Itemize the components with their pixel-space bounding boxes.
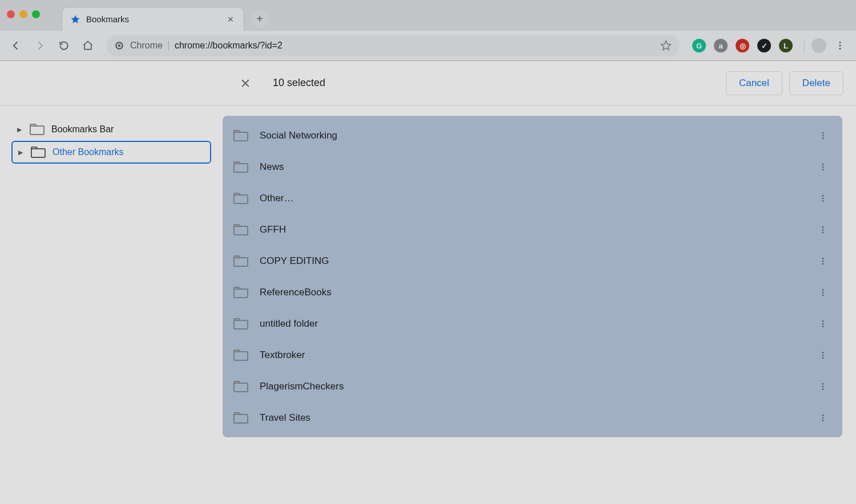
svg-point-26 xyxy=(822,260,824,262)
row-menu-button[interactable] xyxy=(814,284,831,301)
svg-point-27 xyxy=(822,263,824,265)
cancel-button[interactable]: Cancel xyxy=(726,71,782,95)
svg-rect-40 xyxy=(234,383,248,392)
mac-maximize-button[interactable] xyxy=(32,10,40,18)
svg-point-23 xyxy=(822,231,824,233)
extension-icon[interactable]: L xyxy=(779,39,793,52)
bookmark-row-label: untitled folder xyxy=(260,318,803,330)
more-icon xyxy=(818,257,827,266)
svg-point-35 xyxy=(822,326,824,327)
bookmark-row[interactable]: Textbroker xyxy=(223,339,842,371)
svg-rect-8 xyxy=(234,132,248,141)
svg-point-41 xyxy=(822,383,824,385)
bookmark-star-icon[interactable] xyxy=(660,40,672,51)
selection-count-label: 10 selected xyxy=(273,77,325,89)
forward-button[interactable] xyxy=(30,35,50,56)
extension-icon[interactable]: G xyxy=(692,39,706,52)
svg-rect-28 xyxy=(234,289,248,298)
bookmark-row[interactable]: Social Networking xyxy=(223,120,842,151)
browser-menu-icon[interactable] xyxy=(830,35,850,56)
svg-rect-16 xyxy=(234,195,248,204)
sidebar-item-bookmarks-bar[interactable]: ▶Bookmarks Bar xyxy=(11,118,211,141)
more-icon xyxy=(818,413,827,422)
bookmark-row[interactable]: COPY EDITING xyxy=(223,245,842,277)
reload-button[interactable] xyxy=(54,35,74,56)
delete-button[interactable]: Delete xyxy=(789,71,843,95)
more-icon xyxy=(818,319,827,328)
sidebar-item-label: Bookmarks Bar xyxy=(51,124,114,135)
sidebar-item-other-bookmarks[interactable]: ▶Other Bookmarks xyxy=(11,141,211,164)
svg-point-30 xyxy=(822,291,824,293)
row-menu-button[interactable] xyxy=(814,190,831,207)
bookmark-row[interactable]: ReferenceBooks xyxy=(223,277,842,308)
row-menu-button[interactable] xyxy=(814,158,831,176)
bookmark-row-label: News xyxy=(260,161,803,173)
svg-rect-36 xyxy=(234,352,248,360)
row-menu-button[interactable] xyxy=(814,127,831,144)
svg-point-46 xyxy=(822,417,824,418)
svg-point-19 xyxy=(822,200,824,202)
svg-point-5 xyxy=(839,48,841,50)
svg-rect-7 xyxy=(31,149,45,157)
bookmark-row-label: ReferenceBooks xyxy=(260,287,803,298)
svg-point-14 xyxy=(822,166,824,168)
bookmark-row[interactable]: PlagerismCheckers xyxy=(223,371,842,402)
svg-point-15 xyxy=(822,169,824,170)
row-menu-button[interactable] xyxy=(814,253,831,270)
svg-point-18 xyxy=(822,197,824,199)
svg-point-10 xyxy=(822,135,824,136)
svg-point-38 xyxy=(822,354,824,356)
svg-point-45 xyxy=(822,414,824,416)
omnibox-scheme: Chrome xyxy=(130,40,169,51)
svg-rect-12 xyxy=(234,164,248,172)
row-menu-button[interactable] xyxy=(814,347,831,364)
svg-point-9 xyxy=(822,132,824,134)
svg-point-47 xyxy=(822,420,824,421)
bookmark-row[interactable]: Travel Sites xyxy=(223,402,842,433)
svg-point-13 xyxy=(822,164,824,165)
selection-toolbar: 10 selected Cancel Delete xyxy=(0,61,856,105)
svg-point-21 xyxy=(822,226,824,228)
mac-window-buttons xyxy=(7,10,40,18)
svg-point-11 xyxy=(822,137,824,139)
svg-rect-32 xyxy=(234,320,248,329)
svg-point-39 xyxy=(822,357,824,359)
omnibox[interactable]: Chrome chrome://bookmarks/?id=2 xyxy=(106,35,680,56)
extension-icon[interactable]: ◎ xyxy=(736,39,749,52)
mac-close-button[interactable] xyxy=(7,10,15,18)
bookmark-row-label: Travel Sites xyxy=(260,412,803,424)
row-menu-button[interactable] xyxy=(814,315,831,332)
new-tab-button[interactable]: + xyxy=(251,10,268,27)
svg-point-22 xyxy=(822,229,824,230)
bookmark-row[interactable]: News xyxy=(223,151,842,182)
omnibox-url: chrome://bookmarks/?id=2 xyxy=(175,40,282,51)
bookmark-row[interactable]: untitled folder xyxy=(223,308,842,339)
back-button[interactable] xyxy=(6,35,26,56)
clear-selection-button[interactable] xyxy=(234,72,257,95)
bookmarks-star-icon xyxy=(70,14,80,25)
svg-point-31 xyxy=(822,294,824,296)
close-icon xyxy=(240,78,251,89)
home-button[interactable] xyxy=(78,35,98,56)
tab-bar: Bookmarks × + xyxy=(0,0,856,31)
sidebar-item-label: Other Bookmarks xyxy=(53,147,123,157)
row-menu-button[interactable] xyxy=(814,378,831,395)
svg-rect-20 xyxy=(234,226,248,235)
more-icon xyxy=(818,162,827,172)
extension-icons: Ga◎✓L xyxy=(692,39,793,52)
browser-chrome: Bookmarks × + Chrome chrome://bookmarks/… xyxy=(0,0,856,61)
tab-close-icon[interactable]: × xyxy=(225,14,236,25)
bookmark-row[interactable]: Other… xyxy=(223,182,842,214)
row-menu-button[interactable] xyxy=(814,409,831,426)
bookmark-row[interactable]: GFFH xyxy=(223,214,842,245)
bookmark-row-label: PlagerismCheckers xyxy=(260,381,803,392)
more-icon xyxy=(818,382,827,391)
bookmark-row-label: Textbroker xyxy=(260,349,803,361)
bookmark-list: Social NetworkingNewsOther…GFFHCOPY EDIT… xyxy=(223,116,842,437)
extension-icon[interactable]: ✓ xyxy=(757,39,771,52)
profile-avatar[interactable] xyxy=(811,38,826,53)
mac-minimize-button[interactable] xyxy=(19,10,27,18)
browser-tab[interactable]: Bookmarks × xyxy=(62,7,244,31)
extension-icon[interactable]: a xyxy=(714,39,728,52)
row-menu-button[interactable] xyxy=(814,221,831,238)
